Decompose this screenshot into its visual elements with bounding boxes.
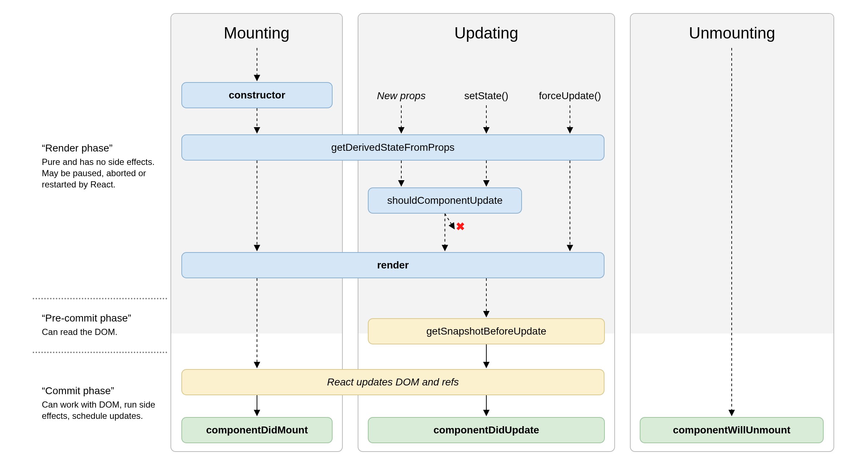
column-updating-header: Updating [358,24,615,42]
abort-x-icon: ✖ [456,220,465,233]
phase-precommit-desc: Can read the DOM. [42,326,162,337]
box-render[interactable]: render [181,252,604,278]
box-shouldcomponentupdate[interactable]: shouldComponentUpdate [368,187,522,214]
box-getsnapshotbeforeupdate[interactable]: getSnapshotBeforeUpdate [368,318,605,344]
lifecycle-diagram: Mounting Updating Unmounting “Render pha… [0,0,868,465]
phase-precommit-title: “Pre-commit phase” [42,312,162,324]
box-getderivedstatefromprops[interactable]: getDerivedStateFromProps [181,134,604,161]
box-componentdidmount[interactable]: componentDidMount [181,417,333,443]
phase-commit-title: “Commit phase” [42,385,162,397]
column-unmounting-shade [631,14,833,333]
column-updating-shade [358,14,614,333]
divider-render-precommit [33,298,167,299]
box-react-updates-dom: React updates DOM and refs [181,369,604,395]
divider-precommit-commit [33,352,167,353]
phase-render-desc: Pure and has no side effects. May be pau… [42,156,162,190]
column-unmounting-header: Unmounting [630,24,834,42]
box-componentdidupdate[interactable]: componentDidUpdate [368,417,605,443]
trigger-setstate: setState() [450,90,523,102]
column-mounting-shade [171,14,342,333]
column-unmounting [630,13,834,452]
box-componentwillunmount[interactable]: componentWillUnmount [640,417,824,443]
column-mounting-header: Mounting [170,24,343,42]
box-constructor[interactable]: constructor [181,82,333,108]
trigger-new-props: New props [365,90,438,102]
phase-render-title: “Render phase” [42,142,162,154]
trigger-forceupdate: forceUpdate() [534,90,606,102]
phase-commit-desc: Can work with DOM, run side effects, sch… [42,399,162,421]
